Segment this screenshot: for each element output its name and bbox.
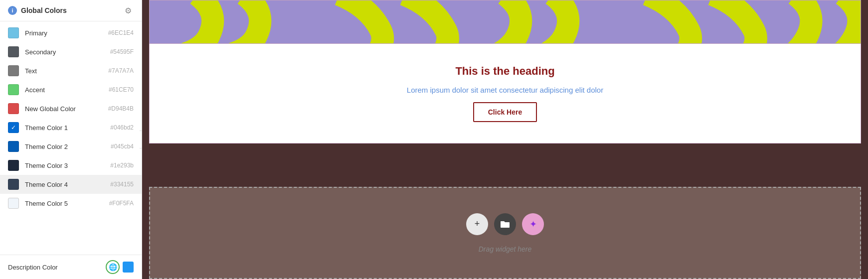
color-hex: #045cb4 bbox=[111, 143, 134, 150]
color-name: Theme Color 1 bbox=[25, 124, 110, 132]
color-swatch bbox=[8, 84, 19, 95]
color-hex: #1e293b bbox=[110, 162, 134, 169]
color-item[interactable]: Accent#61CE70 bbox=[0, 80, 142, 99]
color-hex: #046bd2 bbox=[110, 124, 134, 131]
color-swatch: ✓ bbox=[8, 122, 19, 133]
canvas-area: This is the heading Lorem ipsum dolor si… bbox=[142, 0, 868, 279]
color-name: Theme Color 4 bbox=[25, 181, 110, 188]
color-name: Theme Color 5 bbox=[25, 200, 109, 207]
color-item[interactable]: Theme Color 4#334155 bbox=[0, 175, 142, 194]
panel-header-left: i Global Colors bbox=[8, 6, 67, 15]
globe-icon: 🌐 bbox=[109, 263, 117, 271]
canvas-click-here-button[interactable]: Click Here bbox=[473, 102, 537, 122]
color-swatch bbox=[8, 179, 19, 190]
color-item[interactable]: Text#7A7A7A bbox=[0, 61, 142, 80]
color-swatch bbox=[8, 65, 19, 76]
globe-icon-button[interactable]: 🌐 bbox=[106, 260, 120, 274]
global-colors-panel: i Global Colors ⚙ Primary#6EC1E4Secondar… bbox=[0, 0, 142, 279]
color-name: Accent bbox=[25, 86, 109, 94]
canvas-subtext: Lorem ipsum dolor sit amet consectetur a… bbox=[407, 86, 603, 94]
color-hex: #61CE70 bbox=[109, 86, 134, 93]
color-name: Secondary bbox=[25, 48, 110, 56]
color-name: Theme Color 2 bbox=[25, 143, 111, 150]
canvas-heading: This is the heading bbox=[455, 65, 554, 78]
color-swatch bbox=[8, 103, 19, 114]
color-hex: #54595F bbox=[110, 48, 134, 55]
color-hex: #F0F5FA bbox=[109, 200, 134, 207]
color-name: New Global Color bbox=[25, 105, 108, 113]
color-swatch bbox=[8, 198, 19, 209]
decorative-yellow-shapes bbox=[150, 0, 861, 44]
color-hex: #334155 bbox=[110, 181, 134, 188]
color-swatch bbox=[8, 160, 19, 171]
magic-button[interactable]: ✦ bbox=[522, 213, 544, 235]
color-item[interactable]: Theme Color 3#1e293b bbox=[0, 156, 142, 175]
dropzone-buttons: + ✦ bbox=[466, 213, 544, 235]
color-item[interactable]: Theme Color 2#045cb4 bbox=[0, 137, 142, 156]
description-color-row: Description Color 🌐 bbox=[0, 255, 142, 279]
canvas-content-section: This is the heading Lorem ipsum dolor si… bbox=[149, 44, 861, 143]
folder-button[interactable] bbox=[494, 213, 516, 235]
color-name: Theme Color 3 bbox=[25, 162, 110, 169]
color-hex: #D94B4B bbox=[108, 105, 134, 112]
color-item[interactable]: Secondary#54595F bbox=[0, 42, 142, 61]
color-name: Text bbox=[25, 67, 108, 75]
panel-header: i Global Colors ⚙ bbox=[0, 0, 142, 21]
description-color-label: Description Color bbox=[8, 264, 106, 271]
color-swatch bbox=[8, 46, 19, 57]
panel-title: Global Colors bbox=[21, 6, 67, 14]
canvas-top-image bbox=[149, 0, 861, 44]
color-item[interactable]: ✓Theme Color 1#046bd2 bbox=[0, 118, 142, 137]
color-item[interactable]: Primary#6EC1E4 bbox=[0, 23, 142, 42]
color-name: Primary bbox=[25, 29, 108, 37]
color-item[interactable]: Theme Color 5#F0F5FA bbox=[0, 194, 142, 213]
color-swatch bbox=[8, 141, 19, 152]
color-hex: #6EC1E4 bbox=[108, 29, 134, 36]
info-icon: i bbox=[8, 6, 17, 15]
folder-icon bbox=[500, 220, 510, 228]
color-swatch bbox=[8, 27, 19, 38]
color-item[interactable]: New Global Color#D94B4B bbox=[0, 99, 142, 118]
dropzone-label: Drag widget here bbox=[479, 245, 532, 253]
gear-icon[interactable]: ⚙ bbox=[125, 6, 134, 15]
canvas-dropzone: + ✦ Drag widget here bbox=[149, 187, 861, 279]
add-widget-button[interactable]: + bbox=[466, 213, 488, 235]
description-color-swatch[interactable] bbox=[123, 262, 134, 273]
color-list: Primary#6EC1E4Secondary#54595FText#7A7A7… bbox=[0, 21, 142, 279]
color-hex: #7A7A7A bbox=[108, 67, 134, 74]
